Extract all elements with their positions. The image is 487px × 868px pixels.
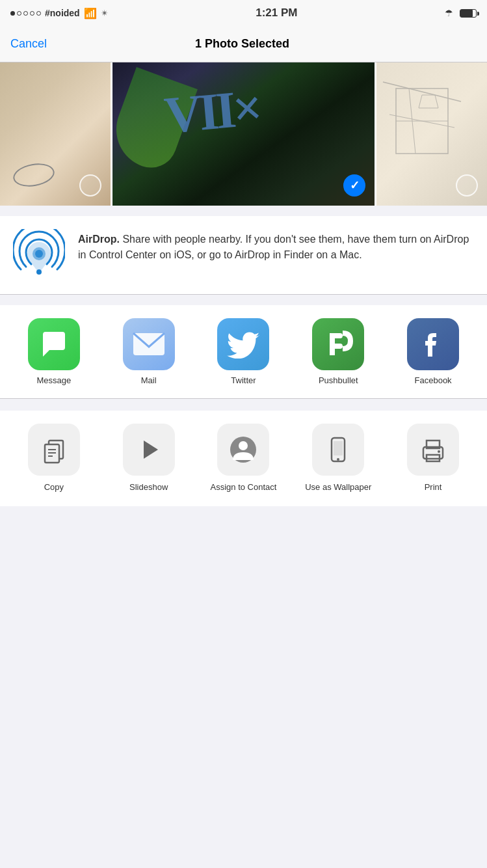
airdrop-icon [13,229,65,281]
message-icon-svg [39,329,69,359]
print-label: Print [425,482,442,493]
status-right: ☂ [445,8,477,18]
pushbullet-icon-svg [322,328,354,360]
airdrop-svg [13,229,65,281]
airdrop-description: AirDrop. Share with people nearby. If yo… [78,229,474,263]
share-apps-row: Message Mail Twitter [7,318,480,385]
slideshow-icon-svg [135,435,163,464]
share-apps-section: Message Mail Twitter [0,305,487,398]
gap-1 [0,206,487,216]
svg-marker-5 [419,95,438,108]
bluetooth-icon: ☂ [445,8,453,18]
checkmark-icon: ✓ [350,180,360,191]
svg-point-6 [36,269,42,275]
print-icon-box [407,424,459,476]
airdrop-body: Share with people nearby. If you don't s… [78,234,469,260]
mail-icon-svg [133,332,165,356]
copy-icon-svg [40,435,68,464]
assign-contact-label: Assign to Contact [211,482,277,493]
svg-marker-18 [144,441,158,459]
selection-circle-left[interactable] [79,174,101,197]
copy-label: Copy [44,482,64,493]
svg-rect-11 [330,333,343,338]
svg-line-0 [383,82,461,102]
airdrop-bold: AirDrop. [78,234,120,245]
svg-point-20 [239,441,248,450]
page-title: 1 Photo Selected [195,37,289,51]
facebook-icon-svg [417,328,449,360]
pushbullet-label: Pushbullet [319,375,358,385]
share-app-message[interactable]: Message [15,318,93,385]
nav-bar: Cancel 1 Photo Selected [0,26,487,62]
slideshow-icon-box [123,424,175,476]
svg-rect-12 [330,344,343,349]
share-app-mail[interactable]: Mail [110,318,188,385]
wallpaper-icon-svg [324,435,352,464]
mail-label: Mail [141,375,157,385]
gap-3 [0,399,487,409]
photo-left[interactable] [0,62,111,206]
carrier-name: #noided [45,8,80,18]
wallpaper-icon-box [312,424,364,476]
svg-point-23 [337,458,339,461]
message-label: Message [37,375,72,385]
assign-contact-icon-svg [229,435,257,464]
loading-spinner: ✴ [101,8,109,18]
photo-bg-center: VII× [112,62,375,206]
wallpaper-label: Use as Wallpaper [305,482,371,493]
svg-point-28 [438,450,440,453]
cancel-button[interactable]: Cancel [10,37,47,51]
selection-circle-right[interactable] [456,174,478,197]
selection-circle-center[interactable]: ✓ [343,174,365,197]
photo-strip: VII× ✓ [0,62,487,206]
print-icon-svg [419,435,447,464]
status-time: 1:21 PM [256,7,297,20]
action-wallpaper[interactable]: Use as Wallpaper [299,424,377,493]
action-assign-contact[interactable]: Assign to Contact [204,424,282,493]
action-slideshow[interactable]: Slideshow [110,424,188,493]
status-bar: #noided 📶 ✴ 1:21 PM ☂ [0,0,487,26]
actions-row: Copy Slideshow Assign to Contact [7,424,480,493]
copy-icon-box [28,424,80,476]
mail-app-icon [123,318,175,370]
gap-2 [0,295,487,305]
twitter-icon-svg [227,330,259,359]
facebook-app-icon [407,318,459,370]
twitter-app-icon [217,318,269,370]
status-left: #noided 📶 ✴ [10,7,109,20]
share-app-twitter[interactable]: Twitter [204,318,282,385]
assign-contact-icon-box [217,424,269,476]
graffiti-text: VII× [162,78,261,145]
slideshow-label: Slideshow [129,482,168,493]
share-app-facebook[interactable]: Facebook [394,318,472,385]
battery-indicator [460,9,477,18]
facebook-label: Facebook [415,375,452,385]
svg-rect-22 [334,441,343,455]
message-app-icon [28,318,80,370]
action-copy[interactable]: Copy [15,424,93,493]
pushbullet-app-icon [312,318,364,370]
actions-section: Copy Slideshow Assign to Contact [0,411,487,506]
share-app-pushbullet[interactable]: Pushbullet [299,318,377,385]
airdrop-section: AirDrop. Share with people nearby. If yo… [0,216,487,294]
signal-dots [10,11,41,16]
wifi-icon: 📶 [84,7,97,20]
photo-right[interactable] [376,62,487,206]
twitter-label: Twitter [231,375,256,385]
svg-point-8 [35,250,43,258]
action-print[interactable]: Print [394,424,472,493]
photo-center[interactable]: VII× ✓ [111,62,376,206]
